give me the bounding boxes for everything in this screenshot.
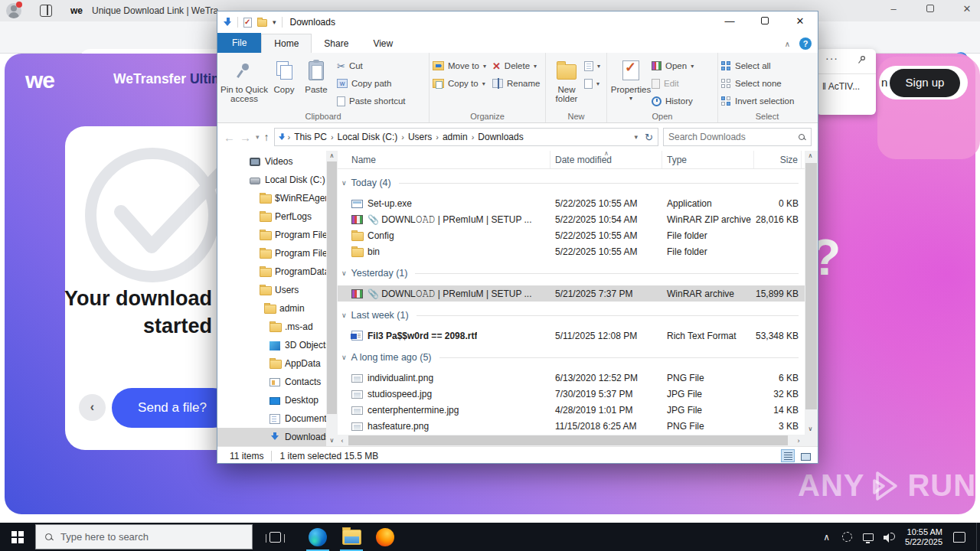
explorer-titlebar[interactable]: ▾ Downloads — ✕ xyxy=(217,11,818,33)
new-folder-quick-icon[interactable] xyxy=(257,19,267,27)
tray-recording-icon[interactable] xyxy=(837,532,858,542)
wetransfer-logo[interactable]: we xyxy=(25,67,54,93)
back-button[interactable]: ← xyxy=(224,131,235,144)
taskbar-explorer-icon[interactable] xyxy=(335,523,368,551)
taskbar-firefox-icon[interactable] xyxy=(368,523,402,551)
tree-item--ms-ad[interactable]: .ms-ad xyxy=(217,318,326,336)
explorer-minimize-button[interactable]: — xyxy=(712,11,747,33)
collapse-ribbon-caret[interactable]: ∧ xyxy=(785,40,790,48)
paste-button[interactable]: Paste xyxy=(300,56,332,112)
group-header[interactable]: ∨Last week (1) xyxy=(338,308,805,323)
tree-item-admin[interactable]: admin xyxy=(217,299,326,318)
properties-quick-icon[interactable] xyxy=(243,18,252,28)
browser-close-button[interactable]: ✕ xyxy=(962,3,972,15)
taskbar-clock[interactable]: 10:55 AM 5/22/2025 xyxy=(899,527,950,547)
scrollbar-thumb[interactable] xyxy=(327,161,337,414)
breadcrumb-segment[interactable]: Users xyxy=(406,132,434,142)
delete-button[interactable]: ✕Delete▾ xyxy=(492,59,540,73)
file-row[interactable]: 📎 DOWNᏞ𝙾𝙰𝙳 | PRemIuM | SETUP ...5/21/202… xyxy=(338,285,805,302)
cut-button[interactable]: ✂Cut xyxy=(337,59,406,73)
action-center-icon[interactable] xyxy=(953,532,965,543)
tree-item-local-disk-c-[interactable]: Local Disk (C:) xyxy=(217,171,326,189)
column-name[interactable]: Name xyxy=(338,151,550,168)
rename-button[interactable]: Rename xyxy=(492,77,540,90)
help-icon[interactable]: ? xyxy=(799,37,812,50)
explorer-close-button[interactable]: ✕ xyxy=(782,11,818,33)
refresh-icon[interactable]: ↻ xyxy=(645,132,653,143)
invert-selection-button[interactable]: Invert selection xyxy=(721,94,794,108)
details-view-button[interactable] xyxy=(781,449,795,462)
scroll-down-arrow[interactable]: ∨ xyxy=(805,424,816,435)
tree-item-contacts[interactable]: Contacts xyxy=(217,373,326,391)
show-desktop-button[interactable] xyxy=(976,523,980,551)
scroll-up-arrow[interactable]: ∧ xyxy=(326,151,338,161)
login-link-tail[interactable]: n xyxy=(881,76,887,89)
copy-button[interactable]: Copy xyxy=(268,56,300,112)
file-row[interactable]: 📎 DOWNᏞ𝙾𝙰𝙳 | PRemIuM | SETUP ...5/22/202… xyxy=(338,211,805,227)
tree-item-program-files[interactable]: Program Files xyxy=(217,226,326,244)
collapse-chevron[interactable]: ∨ xyxy=(341,269,347,277)
tree-item-appdata[interactable]: AppData xyxy=(217,354,326,373)
tree-item-perflogs[interactable]: PerfLogs xyxy=(217,207,326,226)
tab-share[interactable]: Share xyxy=(312,34,361,53)
tree-item-documents[interactable]: Documents xyxy=(217,409,326,428)
breadcrumb-segment[interactable]: Local Disk (C:) xyxy=(335,132,400,142)
file-row[interactable]: bin5/22/2025 10:55 AMFile folder xyxy=(338,243,805,259)
customize-toolbar-caret[interactable]: ▾ xyxy=(273,18,276,26)
column-size[interactable]: Size xyxy=(754,151,802,168)
tray-expand-icon[interactable]: ∧ xyxy=(816,532,837,543)
new-folder-button[interactable]: New folder xyxy=(549,56,584,112)
breadcrumb-segment[interactable]: Downloads xyxy=(475,132,525,142)
breadcrumb-caret[interactable]: ▾ xyxy=(634,133,638,141)
tree-item-programdata[interactable]: ProgramData xyxy=(217,262,326,281)
tree-scrollbar[interactable]: ∧ ∨ xyxy=(326,151,338,446)
group-header[interactable]: ∨Yesterday (1) xyxy=(338,266,805,281)
explorer-maximize-button[interactable] xyxy=(747,11,782,33)
new-item-button[interactable]: ▾ xyxy=(584,59,600,73)
scroll-down-arrow[interactable]: ∨ xyxy=(326,435,338,446)
tree-item-program-files[interactable]: Program Files xyxy=(217,244,326,262)
tree-item-users[interactable]: Users xyxy=(217,281,326,299)
signup-button[interactable]: Sign up xyxy=(890,69,960,97)
file-row[interactable]: hasfeature.png11/15/2018 6:25 AMPNG File… xyxy=(338,418,805,434)
browser-minimize-button[interactable]: – xyxy=(888,3,899,15)
up-button[interactable]: ↑ xyxy=(264,131,270,143)
group-header[interactable]: ∨A long time ago (5) xyxy=(338,350,805,365)
file-row[interactable]: Config5/22/2025 10:55 AMFile folder xyxy=(338,227,805,243)
select-all-button[interactable]: Select all xyxy=(721,59,794,73)
tree-item-downloads[interactable]: Downloads xyxy=(217,428,326,446)
horizontal-scrollbar[interactable]: ‹ › xyxy=(338,435,805,446)
breadcrumb-segment[interactable]: admin xyxy=(440,132,470,142)
thumbnail-view-button[interactable] xyxy=(798,449,812,462)
scroll-up-arrow[interactable]: ∧ xyxy=(805,151,816,161)
pin-to-quick-access-button[interactable]: Pin to Quick access xyxy=(220,56,268,112)
tab-home[interactable]: Home xyxy=(261,34,312,53)
breadcrumb-bar[interactable]: ›This PC›Local Disk (C:)›Users›admin›Dow… xyxy=(274,128,658,146)
collapse-chevron[interactable]: ∨ xyxy=(341,354,347,361)
select-none-button[interactable]: Select none xyxy=(721,77,794,90)
column-date-modified[interactable]: ∧Date modified xyxy=(550,151,662,168)
tab-view[interactable]: View xyxy=(361,34,405,53)
browser-restore-button[interactable] xyxy=(925,3,936,15)
file-row[interactable]: Fil3 Pa$$w0rd == 2098.rtf5/11/2025 12:08… xyxy=(338,328,805,344)
tree-item-3d-objects[interactable]: 3D Objects xyxy=(217,336,326,354)
scrollbar-thumb[interactable] xyxy=(348,435,788,445)
scroll-right-arrow[interactable]: › xyxy=(794,437,803,445)
pin-icon[interactable] xyxy=(858,55,867,64)
send-a-file-button[interactable]: Send a file? xyxy=(112,388,233,428)
open-button[interactable]: Open▾ xyxy=(652,59,694,73)
recent-locations-caret[interactable]: ▾ xyxy=(256,133,260,141)
properties-button[interactable]: Properties ▾ xyxy=(610,56,652,112)
tab-file[interactable]: File xyxy=(217,33,261,53)
scrollbar-thumb[interactable] xyxy=(805,163,817,409)
flyout-download-item[interactable]: ‖ AcTIV... xyxy=(822,81,873,92)
file-row[interactable]: centerphentermine.jpg4/28/2019 1:01 PMJP… xyxy=(338,402,805,418)
collapse-chevron[interactable]: ∨ xyxy=(341,179,347,187)
column-type[interactable]: Type xyxy=(662,151,754,168)
tree-item-videos[interactable]: Videos xyxy=(217,152,326,171)
history-button[interactable]: History xyxy=(652,94,694,108)
list-scrollbar[interactable]: ∧ ∨ xyxy=(805,151,818,435)
tree-item-desktop[interactable]: Desktop xyxy=(217,391,326,409)
forward-button[interactable]: → xyxy=(240,131,251,144)
breadcrumb-segment[interactable]: This PC xyxy=(292,132,329,142)
